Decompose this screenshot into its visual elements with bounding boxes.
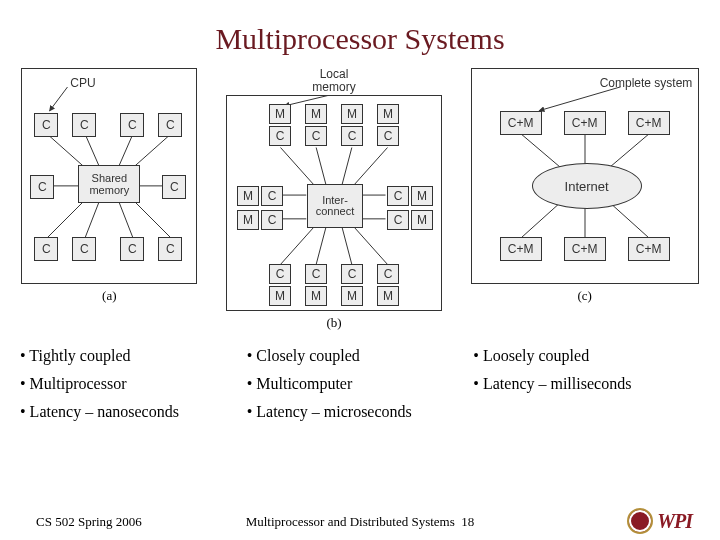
cpu-box: C [305, 264, 327, 284]
figure-c: Complete system C+M C+M C+M Internet C+M… [471, 68, 699, 284]
cache-box: C [72, 237, 96, 261]
svg-line-25 [521, 134, 561, 168]
svg-line-23 [354, 227, 388, 265]
interconnect-box: Inter- connect [307, 184, 363, 228]
mem-box: M [305, 104, 327, 124]
bullets-c: Loosely coupled Latency – milliseconds [473, 347, 700, 431]
figure-c-wrap: Complete system C+M C+M C+M Internet C+M… [471, 68, 699, 304]
cache-box: C [158, 237, 182, 261]
footer-doc-title: Multiprocessor and Distributed Systems [246, 514, 455, 529]
cache-box: C [162, 175, 186, 199]
figure-row: CPU C C C C C C Shared memory C C C C (a… [0, 68, 720, 331]
mem-box: M [377, 104, 399, 124]
cpu-box: C [305, 126, 327, 146]
svg-line-1 [48, 134, 84, 166]
complete-system-label: Complete system [600, 77, 693, 90]
svg-line-27 [608, 134, 648, 168]
mem-box: M [341, 286, 363, 306]
node-box: C+M [500, 111, 542, 135]
cpu-label: CPU [70, 77, 95, 90]
svg-line-22 [342, 227, 352, 265]
figure-c-caption: (c) [577, 288, 591, 304]
node-box: C+M [564, 111, 606, 135]
cpu-box: C [269, 264, 291, 284]
svg-line-2 [86, 134, 100, 166]
svg-line-4 [135, 134, 171, 166]
cache-box: C [34, 237, 58, 261]
figure-b-caption: (b) [326, 315, 341, 331]
figure-a-wrap: CPU C C C C C C Shared memory C C C C (a… [21, 68, 197, 304]
cpu-box: C [387, 210, 409, 230]
bullet-item: Closely coupled [247, 347, 474, 365]
bullet-item: Latency – microseconds [247, 403, 474, 421]
figure-a: CPU C C C C C C Shared memory C C C C [21, 68, 197, 284]
svg-line-10 [135, 202, 171, 238]
page-title: Multiprocessor Systems [0, 22, 720, 56]
wpi-logo: WPI [627, 508, 692, 534]
bullet-columns: Tightly coupled Multiprocessor Latency –… [0, 331, 720, 431]
node-box: C+M [628, 237, 670, 261]
cache-box: C [30, 175, 54, 199]
bullet-item: Multiprocessor [20, 375, 247, 393]
mem-box: M [237, 210, 259, 230]
svg-line-14 [342, 148, 352, 186]
svg-line-9 [119, 202, 133, 238]
mem-box: M [269, 286, 291, 306]
svg-line-13 [316, 148, 326, 186]
wpi-seal-icon [627, 508, 653, 534]
cache-box: C [158, 113, 182, 137]
internet-hub: Internet [532, 163, 642, 209]
svg-line-15 [354, 148, 388, 186]
cache-box: C [120, 113, 144, 137]
svg-line-3 [119, 134, 133, 166]
figure-b-wrap: Local memory M [226, 68, 442, 331]
bullet-item: Latency – milliseconds [473, 375, 700, 393]
cpu-box: C [261, 186, 283, 206]
svg-line-7 [48, 202, 84, 238]
node-box: C+M [564, 237, 606, 261]
mem-box: M [237, 186, 259, 206]
figure-b: M M M M C C C C M C M C C M C M Inter- c… [226, 95, 442, 311]
bullet-item: Tightly coupled [20, 347, 247, 365]
svg-line-30 [608, 202, 648, 238]
cpu-box: C [387, 186, 409, 206]
cache-box: C [120, 237, 144, 261]
svg-line-21 [316, 227, 326, 265]
bullets-a: Tightly coupled Multiprocessor Latency –… [20, 347, 247, 431]
mem-box: M [411, 210, 433, 230]
node-box: C+M [628, 111, 670, 135]
svg-line-28 [521, 202, 561, 238]
mem-box: M [305, 286, 327, 306]
shared-memory-box: Shared memory [78, 165, 140, 203]
mem-box: M [411, 186, 433, 206]
svg-line-20 [280, 227, 314, 265]
cpu-box: C [341, 126, 363, 146]
mem-box: M [377, 286, 399, 306]
footer-course: CS 502 Spring 2006 [36, 514, 142, 530]
mem-box: M [269, 104, 291, 124]
wpi-text: WPI [657, 510, 692, 533]
local-memory-label: Local memory [312, 68, 355, 93]
bullets-b: Closely coupled Multicomputer Latency – … [247, 347, 474, 431]
bullet-item: Latency – nanoseconds [20, 403, 247, 421]
svg-line-12 [280, 148, 314, 186]
svg-line-0 [50, 87, 68, 111]
cpu-box: C [261, 210, 283, 230]
footer-page-number: 18 [461, 514, 474, 529]
mem-box: M [341, 104, 363, 124]
cpu-box: C [269, 126, 291, 146]
bullet-item: Loosely coupled [473, 347, 700, 365]
svg-line-24 [539, 87, 620, 111]
footer: CS 502 Spring 2006 Multiprocessor and Di… [0, 514, 720, 530]
cache-box: C [72, 113, 96, 137]
cpu-box: C [377, 126, 399, 146]
figure-a-caption: (a) [102, 288, 116, 304]
node-box: C+M [500, 237, 542, 261]
cpu-box: C [341, 264, 363, 284]
cache-box: C [34, 113, 58, 137]
bullet-item: Multicomputer [247, 375, 474, 393]
cpu-box: C [377, 264, 399, 284]
svg-line-8 [86, 202, 100, 238]
